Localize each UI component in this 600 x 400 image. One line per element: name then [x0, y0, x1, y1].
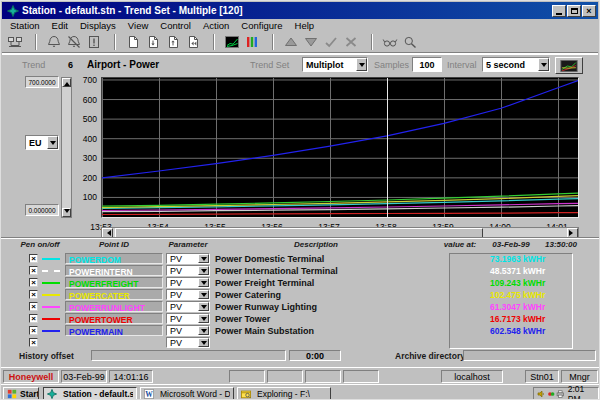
alarm-ack-button[interactable]: [85, 34, 103, 51]
toolbar-separator: [35, 34, 36, 50]
parameter-dropdown-icon[interactable]: [198, 266, 209, 275]
pen-checkbox[interactable]: ×: [29, 302, 38, 311]
trend-number[interactable]: 6: [68, 60, 73, 70]
value-at-header: value at:: [439, 240, 481, 249]
parameter-dropdown-icon[interactable]: [198, 290, 209, 299]
trend-plot-canvas[interactable]: [102, 78, 578, 217]
page-back-button[interactable]: [184, 34, 202, 51]
scale-max-box[interactable]: 700.0000: [25, 76, 59, 88]
maximize-icon: [571, 8, 578, 14]
parameter-select[interactable]: PV: [166, 289, 210, 300]
minimize-button[interactable]: [552, 5, 566, 17]
menu-configure[interactable]: Configure: [235, 20, 288, 31]
parameter-select[interactable]: PV: [166, 325, 210, 336]
station-status-tray-icon[interactable]: [547, 389, 556, 399]
interval-select[interactable]: 5 second: [482, 57, 550, 72]
menu-help[interactable]: Help: [289, 20, 321, 31]
pen-checkbox[interactable]: ×: [29, 266, 38, 275]
pen-checkbox[interactable]: ×: [29, 290, 38, 299]
unit-dropdown-icon[interactable]: [47, 136, 58, 149]
point-id-cell[interactable]: POWERMAIN: [65, 325, 163, 336]
trend-set-select[interactable]: Multiplot: [302, 57, 368, 72]
accept-icon: [323, 35, 339, 49]
page-down-button[interactable]: [144, 34, 162, 51]
parameter-select[interactable]: PV: [166, 337, 210, 348]
lower-button[interactable]: [302, 34, 320, 51]
parameter-dropdown-icon[interactable]: [198, 338, 209, 347]
station-button[interactable]: [6, 34, 24, 51]
page-up-icon: [165, 35, 181, 49]
pen-checkbox[interactable]: ×: [29, 326, 38, 335]
page-up-button[interactable]: [164, 34, 182, 51]
point-id-cell[interactable]: POWERDOM: [65, 253, 163, 264]
unit-select[interactable]: EU: [25, 135, 59, 150]
raise-button[interactable]: [282, 34, 300, 51]
page-button[interactable]: [124, 34, 142, 51]
accept-button[interactable]: [322, 34, 340, 51]
taskbar-task-3[interactable]: Exploring - F:\: [237, 387, 331, 400]
faceplate-button[interactable]: [381, 34, 399, 51]
alarm-button[interactable]: [45, 34, 63, 51]
svg-text:W: W: [145, 389, 153, 398]
parameter-select[interactable]: PV: [166, 301, 210, 312]
menu-action[interactable]: Action: [197, 20, 235, 31]
point-id-cell[interactable]: POWERTOWER: [65, 313, 163, 324]
series-powermain: [102, 81, 578, 178]
menu-displays[interactable]: Displays: [74, 20, 122, 31]
word-icon: W: [144, 389, 157, 399]
taskbar-task-2[interactable]: WMicrosoft Word - Document1: [140, 387, 234, 400]
task-label: Exploring - F:\: [257, 389, 310, 399]
pen-checkbox[interactable]: ×: [29, 338, 38, 347]
pen-checkbox[interactable]: ×: [29, 314, 38, 323]
menu-control[interactable]: Control: [154, 20, 197, 31]
history-offset-value-box[interactable]: 0:00: [289, 350, 341, 361]
archive-directory-input[interactable]: [463, 350, 596, 361]
interval-dropdown-icon[interactable]: [538, 58, 549, 71]
parameter-dropdown-icon[interactable]: [198, 254, 209, 263]
scroll-up-icon[interactable]: [62, 78, 71, 87]
description-cell: Power Catering: [215, 290, 445, 300]
menu-station[interactable]: Station: [4, 20, 46, 31]
history-offset-input[interactable]: [91, 350, 286, 361]
trend-type-button[interactable]: [555, 57, 583, 74]
parameter-select[interactable]: PV: [166, 277, 210, 288]
parameter-select[interactable]: PV: [166, 265, 210, 276]
point-id-cell[interactable]: POWERFREIGHT: [65, 277, 163, 288]
point-id-cell[interactable]: POWERCATER: [65, 289, 163, 300]
pen-checkbox[interactable]: ×: [29, 278, 38, 287]
parameter-select[interactable]: PV: [166, 313, 210, 324]
parameter-dropdown-icon[interactable]: [198, 326, 209, 335]
point-id-cell[interactable]: POWERINTERN: [65, 265, 163, 276]
close-button[interactable]: ×: [582, 5, 596, 17]
parameter-dropdown-icon[interactable]: [198, 278, 209, 287]
start-button[interactable]: Start: [3, 387, 39, 400]
maximize-button[interactable]: [567, 5, 581, 17]
samples-input[interactable]: 100: [412, 57, 442, 72]
printer-tray-icon[interactable]: [556, 389, 565, 399]
legend-row: ×POWERDOMPVPower Domestic Terminal73.196…: [1, 253, 600, 265]
parameter-select[interactable]: PV: [166, 253, 210, 264]
taskbar-task-1[interactable]: Station - default.stn -...: [43, 387, 137, 400]
faceplate-icon: [382, 35, 398, 49]
volume-icon[interactable]: [537, 389, 546, 399]
trend-set-dropdown-icon[interactable]: [356, 58, 367, 71]
menu-edit[interactable]: Edit: [46, 20, 74, 31]
point-id-cell[interactable]: POWERRUNLIGHT: [65, 301, 163, 312]
trend-plot[interactable]: [101, 77, 579, 218]
scale-min-box[interactable]: 0.000000: [25, 204, 59, 216]
group-display-button[interactable]: [243, 34, 261, 51]
trend-display-button[interactable]: [223, 34, 241, 51]
toolbar-separator: [272, 34, 273, 50]
value-cell: 16.7173 kWHr: [490, 314, 570, 324]
scroll-down-icon[interactable]: [62, 208, 71, 217]
pen-checkbox[interactable]: ×: [29, 254, 38, 263]
menu-view[interactable]: View: [122, 20, 154, 31]
alarm-silence-button[interactable]: [65, 34, 83, 51]
reject-button[interactable]: [342, 34, 360, 51]
windows-taskbar: Start 2:01 PM Station - default.stn -...…: [1, 384, 600, 400]
task-label: Station - default.stn -...: [63, 389, 133, 399]
pen-line-sample: [42, 282, 60, 284]
parameter-dropdown-icon[interactable]: [198, 314, 209, 323]
parameter-dropdown-icon[interactable]: [198, 302, 209, 311]
zoom-button[interactable]: [401, 34, 419, 51]
